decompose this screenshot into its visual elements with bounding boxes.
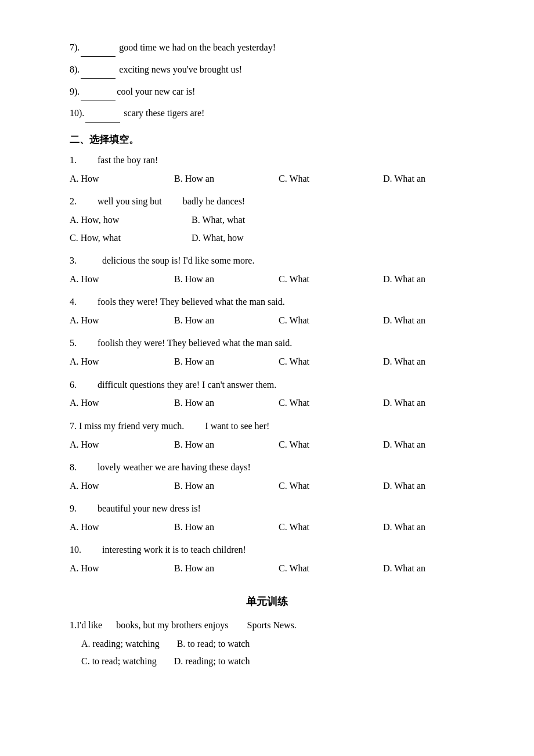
mc-q5: 5. foolish they were! They believed what… xyxy=(70,335,464,370)
q3-opt-a: A. How xyxy=(70,271,168,288)
q4-opt-d: D. What an xyxy=(383,312,482,329)
q8-text: 8. lovely weather we are having these da… xyxy=(70,459,464,476)
q2-opt-b: B. What, what xyxy=(192,211,308,229)
item-num: 10). xyxy=(70,108,84,118)
q8-opt-b: B. How an xyxy=(174,477,273,495)
q2-opt-d: D. What, how xyxy=(192,229,308,247)
q6-text: 6. difficult questions they are! I can't… xyxy=(70,377,464,394)
blank xyxy=(81,84,116,101)
q5-opt-a: A. How xyxy=(70,353,168,370)
blank xyxy=(81,62,116,79)
q3-opt-d: D. What an xyxy=(383,271,482,288)
q6-opt-d: D. What an xyxy=(383,394,482,412)
q7-opt-c: C. What xyxy=(279,436,377,453)
q1-opt-b: B. How an xyxy=(174,170,273,188)
q6-opt-b: B. How an xyxy=(174,394,273,412)
q5-options: A. How B. How an C. What D. What an xyxy=(70,353,464,370)
blank xyxy=(81,39,116,57)
item-num: 9). xyxy=(70,87,80,96)
q7-opt-b: B. How an xyxy=(174,436,273,453)
mc-q9: 9. beautiful your new dress is! A. How B… xyxy=(70,501,464,536)
unit-q1-opt-b: B. to read; to watch xyxy=(177,635,250,653)
q9-text: 9. beautiful your new dress is! xyxy=(70,501,464,517)
q2-opt-a: A. How, how xyxy=(70,211,186,229)
section2-title: 二、选择填空。 xyxy=(70,133,464,146)
unit-section: 1.I'd like books, but my brothers enjoys… xyxy=(70,617,464,670)
q6-opt-c: C. What xyxy=(279,394,377,412)
q1-opt-d: D. What an xyxy=(383,170,482,188)
item-text: scary these tigers are! xyxy=(121,108,204,118)
q7-options: A. How B. How an C. What D. What an xyxy=(70,436,464,453)
q7-text: 7. I miss my friend very much. I want to… xyxy=(70,418,464,435)
mc-q7: 7. I miss my friend very much. I want to… xyxy=(70,418,464,453)
q9-opt-b: B. How an xyxy=(174,519,273,536)
q10-opt-b: B. How an xyxy=(174,560,273,577)
q4-opt-c: C. What xyxy=(279,312,377,329)
q10-text: 10. interesting work it is to teach chil… xyxy=(70,542,464,559)
q5-opt-c: C. What xyxy=(279,353,377,370)
q5-opt-b: B. How an xyxy=(174,353,273,370)
q1-text: 1. fast the boy ran! xyxy=(70,152,464,169)
q4-opt-b: B. How an xyxy=(174,312,273,329)
q9-options: A. How B. How an C. What D. What an xyxy=(70,519,464,536)
q5-text: 5. foolish they were! They believed what… xyxy=(70,335,464,352)
mc-q1: 1. fast the boy ran! A. How B. How an C.… xyxy=(70,152,464,188)
q3-text: 3. delicious the soup is! I'd like some … xyxy=(70,253,464,269)
unit-q1-opt-d: D. reading; to watch xyxy=(174,653,250,670)
fill-blank-section: 7). good time we had on the beach yester… xyxy=(70,39,464,123)
item-text: exciting news you've brought us! xyxy=(117,64,242,74)
mc-q3: 3. delicious the soup is! I'd like some … xyxy=(70,253,464,288)
q1-opt-c: C. What xyxy=(279,170,377,188)
unit-q1-opt-c: C. to read; watching xyxy=(81,653,157,670)
q8-opt-a: A. How xyxy=(70,477,168,495)
q1-options: A. How B. How an C. What D. What an xyxy=(70,170,464,188)
q4-options: A. How B. How an C. What D. What an xyxy=(70,312,464,329)
item-num: 7). xyxy=(70,42,80,52)
q2-options: A. How, how B. What, what C. How, what D… xyxy=(70,211,464,247)
q10-opt-c: C. What xyxy=(279,560,377,577)
q9-opt-a: A. How xyxy=(70,519,168,536)
q10-options: A. How B. How an C. What D. What an xyxy=(70,560,464,577)
q8-opt-c: C. What xyxy=(279,477,377,495)
unit-item-1: 1.I'd like books, but my brothers enjoys… xyxy=(70,617,464,634)
q9-opt-d: D. What an xyxy=(383,519,482,536)
mc-q4: 4. fools they were! They believed what t… xyxy=(70,294,464,329)
item-text: good time we had on the beach yesterday! xyxy=(117,42,276,52)
q10-opt-d: D. What an xyxy=(383,560,482,577)
mc-q6: 6. difficult questions they are! I can't… xyxy=(70,377,464,412)
fill-item-7: 7). good time we had on the beach yester… xyxy=(70,39,464,57)
fill-item-8: 8). exciting news you've brought us! xyxy=(70,62,464,79)
mc-questions-section: 1. fast the boy ran! A. How B. How an C.… xyxy=(70,152,464,577)
q4-text: 4. fools they were! They believed what t… xyxy=(70,294,464,311)
fill-item-9: 9). cool your new car is! xyxy=(70,84,464,101)
mc-q2: 2. well you sing but badly he dances! A.… xyxy=(70,193,464,247)
fill-item-10: 10). scary these tigers are! xyxy=(70,105,464,123)
q7-opt-a: A. How xyxy=(70,436,168,453)
q7-opt-d: D. What an xyxy=(383,436,482,453)
q9-opt-c: C. What xyxy=(279,519,377,536)
q10-opt-a: A. How xyxy=(70,560,168,577)
unit-item-1-options: A. reading; watching B. to read; to watc… xyxy=(81,635,464,671)
q8-opt-d: D. What an xyxy=(383,477,482,495)
q5-opt-d: D. What an xyxy=(383,353,482,370)
q4-opt-a: A. How xyxy=(70,312,168,329)
q3-opt-c: C. What xyxy=(279,271,377,288)
q3-opt-b: B. How an xyxy=(174,271,273,288)
q3-options: A. How B. How an C. What D. What an xyxy=(70,271,464,288)
q8-options: A. How B. How an C. What D. What an xyxy=(70,477,464,495)
unit-q1-opt-a: A. reading; watching xyxy=(81,635,160,653)
q2-text: 2. well you sing but badly he dances! xyxy=(70,193,464,210)
blank xyxy=(85,105,120,123)
q6-opt-a: A. How xyxy=(70,394,168,412)
q1-opt-a: A. How xyxy=(70,170,168,188)
q2-opt-c: C. How, what xyxy=(70,229,186,247)
item-num: 8). xyxy=(70,64,80,74)
q6-options: A. How B. How an C. What D. What an xyxy=(70,394,464,412)
mc-q10: 10. interesting work it is to teach chil… xyxy=(70,542,464,577)
mc-q8: 8. lovely weather we are having these da… xyxy=(70,459,464,495)
unit-title: 单元训练 xyxy=(70,595,464,609)
item-text: cool your new car is! xyxy=(117,87,195,96)
